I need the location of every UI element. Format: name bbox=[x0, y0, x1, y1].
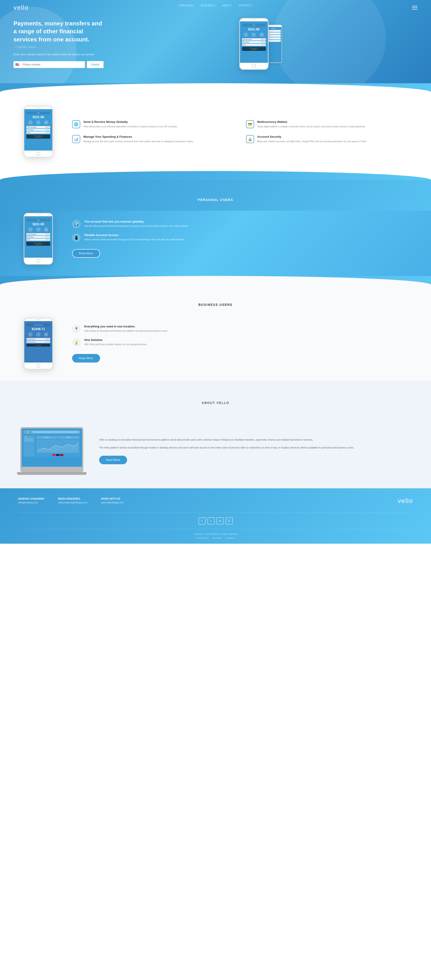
business-benefits: 📍 Everything you need in one location. V… bbox=[72, 325, 413, 363]
hero-subtitle: Enter your number below to be notified w… bbox=[14, 52, 104, 56]
benefit-access: 📱 Flexible Account Access Vello's servic… bbox=[72, 233, 413, 242]
phone-header: USD bbox=[242, 24, 266, 27]
footer-media-enquiries: MEDIA ENQUIRIES publicrelations@vellopay… bbox=[58, 497, 88, 504]
about-laptop: vello $1948.71 $607.20 bbox=[18, 427, 86, 475]
business-title-1: Everything you need in one location. bbox=[84, 325, 168, 328]
facebook-icon[interactable]: f bbox=[198, 517, 206, 525]
wave-3 bbox=[0, 276, 431, 285]
hero-phone-main: USD $221.08 ↑ ↓ ••• Jenifer Richardso bbox=[239, 18, 268, 70]
about-title-wrap: ABOUT VELLO bbox=[0, 381, 431, 414]
about-para-2: The Vello platform will be accessible th… bbox=[99, 445, 413, 450]
media-enquiries-title: MEDIA ENQUIRIES bbox=[58, 497, 88, 500]
feature-spending: 📊 Manage Your Spending & Finances Manage… bbox=[72, 135, 239, 143]
privacy-policy-link[interactable]: Privacy Policy bbox=[196, 537, 209, 539]
feature-desc-2: Setup digital wallets in multiple curren… bbox=[257, 125, 366, 128]
features-section: USD $221.08 ↑ ↓ ••• Jenifer Richardson -… bbox=[0, 92, 431, 171]
personal-read-more-button[interactable]: Read More bbox=[72, 249, 100, 258]
about-para-1: Vello is creating an innovative financia… bbox=[99, 438, 413, 442]
footer-general-enquiries: GENERAL ENQUIRIES hello@vellopay.com bbox=[18, 497, 45, 504]
twitter-icon[interactable]: t bbox=[208, 517, 215, 525]
footer-nav-business[interactable]: BUSINESS bbox=[201, 4, 216, 7]
receive-action[interactable]: ↓ bbox=[251, 32, 256, 37]
submit-button[interactable]: Submit bbox=[87, 61, 104, 68]
benefit-title-1: The account that lets you transact globa… bbox=[84, 220, 188, 223]
business-phone: Business Account $1948.71 ↑ ↓ ••• Busine… bbox=[18, 318, 59, 369]
business-section: BUSINESS USERS Business Account $1948.71… bbox=[0, 285, 431, 381]
mobile-benefit-icon: 📱 bbox=[72, 233, 81, 242]
copyright-text: Copyright © 2018 Vellopay | All Rights R… bbox=[18, 533, 413, 535]
google-icon[interactable]: G bbox=[225, 517, 233, 525]
feature-title-4: Account Security bbox=[257, 135, 367, 138]
wave-2 bbox=[0, 171, 431, 180]
feature-send-receive: 🌐 Send & Receive Money Globally Vello wi… bbox=[72, 120, 239, 128]
benefit-global: 🌍 The account that lets you transact glo… bbox=[72, 220, 413, 228]
benefit-desc-2: Vello's services will be accessible thro… bbox=[84, 238, 184, 241]
footer-brand-logo: vello bbox=[397, 497, 413, 504]
feature-wallets: 💳 Multicurrency Wallets Setup digital wa… bbox=[246, 120, 413, 128]
linkedin-icon[interactable]: in bbox=[217, 517, 224, 525]
feature-title-3: Manage Your Spending & Finances bbox=[83, 135, 193, 138]
business-section-title: BUSINESS USERS bbox=[0, 294, 431, 313]
footer-nav: PERSONAL BUSINESS ABOUT CONTACT bbox=[0, 0, 431, 11]
footer: GENERAL ENQUIRIES hello@vellopay.com MED… bbox=[0, 488, 431, 544]
idea-icon: 💡 bbox=[72, 338, 81, 347]
personal-section-title: PERSONAL USERS bbox=[0, 189, 431, 208]
footer-contacts: GENERAL ENQUIRIES hello@vellopay.com MED… bbox=[18, 497, 123, 504]
feature-desc-4: Block and unblock accounts, set daily li… bbox=[257, 140, 367, 143]
business-phone-mockup: Business Account $1948.71 ↑ ↓ ••• Busine… bbox=[24, 318, 53, 369]
work-with-us-email[interactable]: partner@vellopay.com bbox=[101, 501, 123, 504]
feature-desc-1: Vello will provide a cost effective alte… bbox=[83, 125, 178, 128]
footer-top: GENERAL ENQUIRIES hello@vellopay.com MED… bbox=[18, 497, 413, 509]
location-icon: 📍 bbox=[72, 325, 81, 333]
balance-amount: $221.08 bbox=[242, 27, 266, 31]
work-with-us-title: WORK WITH US bbox=[101, 497, 123, 500]
site-terms-link[interactable]: Site Terms bbox=[212, 537, 222, 539]
about-read-more-button[interactable]: Read More bbox=[99, 456, 127, 464]
globe-icon: 🌐 bbox=[72, 120, 80, 128]
cashback-bar: 30% Coin Back at Caffe Halle bbox=[242, 47, 266, 51]
personal-benefits: 🌍 The account that lets you transact glo… bbox=[72, 220, 413, 258]
chart-icon: 📊 bbox=[72, 135, 80, 143]
disclaimer-link[interactable]: Disclaimer bbox=[225, 537, 235, 539]
lock-icon: 🔒 bbox=[246, 135, 254, 143]
general-enquiries-email[interactable]: hello@vellopay.com bbox=[18, 501, 45, 504]
about-section-title: ABOUT VELLO bbox=[0, 392, 431, 411]
footer-bottom-links: Privacy Policy Site Terms Disclaimer bbox=[18, 537, 413, 539]
feature-desc-3: Manage all your fiat and crypto currency… bbox=[83, 140, 193, 143]
personal-phone: USD $221.08 ↑ ↓ ••• Jenifer Richardson -… bbox=[18, 213, 59, 265]
about-content-row: vello $1948.71 $607.20 bbox=[0, 414, 431, 488]
business-read-more-button[interactable]: Read More bbox=[72, 354, 100, 363]
more-action[interactable]: ••• bbox=[260, 32, 264, 37]
benefit-desc-1: Use the Vello account and linked masterc… bbox=[84, 224, 188, 228]
wave-divider bbox=[0, 83, 431, 92]
phone-input[interactable] bbox=[21, 61, 85, 68]
business-desc-1: Vello will be an innovative and feature … bbox=[84, 329, 168, 332]
footer-nav-about[interactable]: ABOUT bbox=[222, 4, 232, 7]
benefit-title-2: Flexible Account Access bbox=[84, 233, 184, 237]
phone-bottom bbox=[240, 63, 268, 69]
home-button[interactable] bbox=[252, 64, 256, 68]
business-title-wrap: BUSINESS USERS bbox=[0, 285, 431, 315]
footer-divider bbox=[18, 512, 413, 513]
transaction-2: Delta Airlines $275.50 bbox=[242, 41, 266, 43]
hero-phones: USD $221.08 ↑ ↓ ••• Jenifer Richardso bbox=[104, 18, 417, 70]
footer-social: f t in G bbox=[18, 517, 413, 525]
footer-nav-contact[interactable]: CONTACT bbox=[239, 4, 252, 7]
personal-section: PERSONAL USERS USD $221.08 ↑ ↓ ••• bbox=[0, 180, 431, 276]
personal-content-row: USD $221.08 ↑ ↓ ••• Jenifer Richardson -… bbox=[0, 211, 431, 276]
hero-coming-soon: - COMING SOON bbox=[14, 46, 104, 48]
send-action[interactable]: ↑ bbox=[244, 32, 248, 37]
phone-input-wrap: 🇺🇸 bbox=[14, 61, 85, 68]
personal-title-wrap: PERSONAL USERS bbox=[0, 180, 431, 211]
phone-actions: ↑ ↓ ••• bbox=[242, 32, 266, 37]
hero-content: Payments, money transfers and a range of… bbox=[14, 19, 104, 68]
laptop-mockup: vello $1948.71 $607.20 bbox=[20, 427, 83, 475]
about-section: ABOUT VELLO bbox=[0, 381, 431, 488]
media-enquiries-email[interactable]: publicrelations@vellopay.com bbox=[58, 501, 88, 504]
features-grid: 🌐 Send & Receive Money Globally Vello wi… bbox=[72, 120, 413, 143]
business-benefit-1: 📍 Everything you need in one location. V… bbox=[72, 325, 413, 333]
business-content-row: Business Account $1948.71 ↑ ↓ ••• Busine… bbox=[0, 315, 431, 381]
flag-icon: 🇺🇸 bbox=[14, 63, 21, 66]
footer-nav-personal[interactable]: PERSONAL bbox=[179, 4, 195, 7]
personal-phone-mockup: USD $221.08 ↑ ↓ ••• Jenifer Richardson -… bbox=[24, 213, 53, 265]
